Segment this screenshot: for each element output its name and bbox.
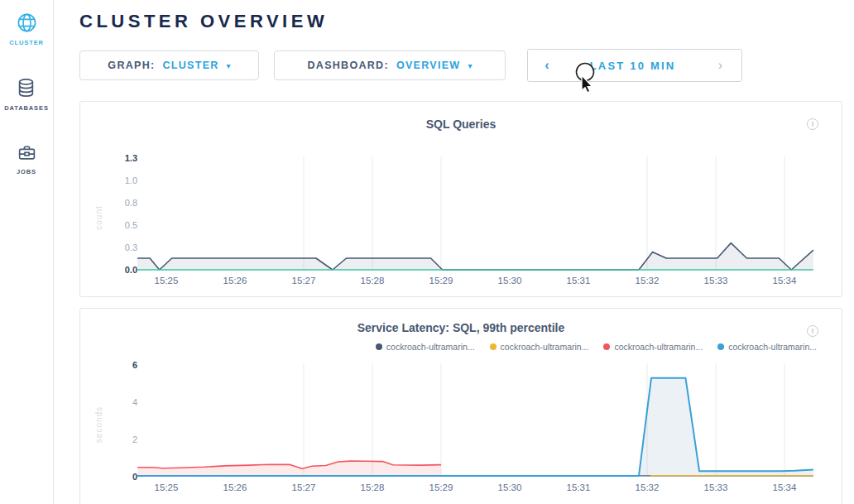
time-prev-button[interactable]: ‹ xyxy=(528,50,566,81)
y-tick-label: 0.0 xyxy=(125,265,137,275)
time-next-button[interactable]: › xyxy=(699,50,741,81)
x-tick-label: 15:33 xyxy=(704,276,728,286)
series-area-queries xyxy=(137,243,813,270)
y-tick-label: 0 xyxy=(132,472,137,482)
page-title: CLUSTER OVERVIEW xyxy=(79,10,854,33)
toolbar: GRAPH: CLUSTER ▾ DASHBOARD: OVERVIEW ▾ ‹… xyxy=(79,49,854,82)
chevron-down-icon: ▾ xyxy=(468,61,472,70)
y-tick-label: 0.5 xyxy=(125,220,137,230)
x-tick-label: 15:32 xyxy=(636,482,660,492)
x-tick-label: 15:28 xyxy=(361,276,385,286)
x-tick-label: 15:29 xyxy=(429,482,453,492)
briefcase-icon xyxy=(17,142,37,163)
x-tick-label: 15:31 xyxy=(567,276,591,286)
sidebar-item-label: CLUSTER xyxy=(9,39,44,46)
sidebar: CLUSTER DATABASES JOBS xyxy=(0,0,54,504)
y-tick-label: 1.3 xyxy=(125,153,137,163)
chart-card-service-latency: Service Latency: SQL, 99th percentile ! … xyxy=(79,308,842,504)
sidebar-item-jobs[interactable]: JOBS xyxy=(17,142,37,175)
y-axis-unit-label: count xyxy=(94,205,103,229)
series-area-node-d xyxy=(137,378,813,477)
x-tick-label: 15:26 xyxy=(223,482,247,492)
x-tick-label: 15:27 xyxy=(292,276,316,286)
main-content: CLUSTER OVERVIEW GRAPH: CLUSTER ▾ DASHBO… xyxy=(54,0,854,504)
y-tick-label: 2 xyxy=(132,434,137,444)
sidebar-item-databases[interactable]: DATABASES xyxy=(4,77,49,112)
x-tick-label: 15:33 xyxy=(704,482,728,492)
chevron-left-icon: ‹ xyxy=(545,58,549,72)
y-tick-label: 0.8 xyxy=(125,198,137,208)
x-tick-label: 15:25 xyxy=(155,276,179,286)
series-line-node-d xyxy=(137,378,813,476)
time-range-selector: ‹ LAST 10 MIN › xyxy=(527,49,742,82)
dashboard-dropdown-value: OVERVIEW xyxy=(396,60,461,71)
globe-icon xyxy=(16,12,38,34)
x-tick-label: 15:31 xyxy=(567,482,591,492)
time-range-button[interactable]: LAST 10 MIN xyxy=(566,50,699,81)
chevron-right-icon: › xyxy=(718,58,722,72)
chart-card-sql-queries: SQL Queries ! count0.00.30.50.81.01.315:… xyxy=(79,101,842,297)
sidebar-item-label: DATABASES xyxy=(4,104,49,112)
dashboard-dropdown[interactable]: DASHBOARD: OVERVIEW ▾ xyxy=(274,50,506,80)
x-tick-label: 15:30 xyxy=(498,276,522,286)
app-root: CLUSTER DATABASES JOBS CLUSTER OVERVIEW xyxy=(0,0,854,504)
dashboard-dropdown-label: DASHBOARD: xyxy=(308,60,389,71)
series-area-node-c xyxy=(137,461,441,477)
sidebar-item-cluster[interactable]: CLUSTER xyxy=(9,12,44,46)
graph-dropdown[interactable]: GRAPH: CLUSTER ▾ xyxy=(79,50,259,80)
y-tick-label: 1.0 xyxy=(125,175,137,185)
x-tick-label: 15:34 xyxy=(773,276,797,286)
x-tick-label: 15:32 xyxy=(636,276,660,286)
x-tick-label: 15:27 xyxy=(292,482,316,492)
sql-queries-chart[interactable]: count0.00.30.50.81.01.315:2515:2615:2715… xyxy=(80,102,842,298)
sidebar-item-label: JOBS xyxy=(17,168,36,175)
database-icon xyxy=(15,77,37,99)
x-tick-label: 15:34 xyxy=(773,482,797,492)
service-latency-chart[interactable]: seconds024615:2515:2615:2715:2815:2915:3… xyxy=(80,309,842,504)
chevron-down-icon: ▾ xyxy=(227,61,231,70)
x-tick-label: 15:26 xyxy=(223,276,247,286)
y-axis-unit-label: seconds xyxy=(94,406,103,443)
y-tick-label: 4 xyxy=(132,397,137,407)
graph-dropdown-label: GRAPH: xyxy=(108,60,155,71)
y-tick-label: 6 xyxy=(132,360,137,370)
graph-dropdown-value: CLUSTER xyxy=(162,60,218,71)
x-tick-label: 15:30 xyxy=(498,482,522,492)
x-tick-label: 15:28 xyxy=(361,482,385,492)
x-tick-label: 15:25 xyxy=(155,482,179,492)
y-tick-label: 0.3 xyxy=(125,242,137,252)
x-tick-label: 15:29 xyxy=(429,276,453,286)
